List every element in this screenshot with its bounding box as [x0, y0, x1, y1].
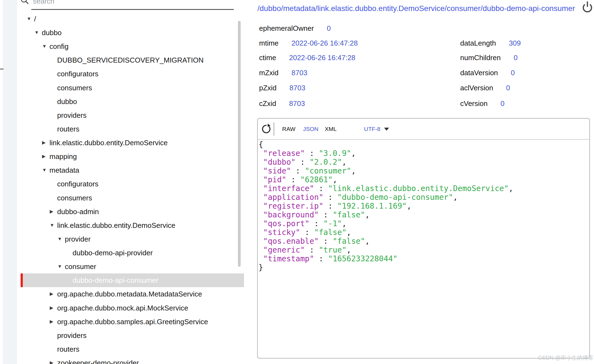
chevron-down-icon[interactable]	[384, 128, 389, 131]
power-icon[interactable]	[581, 1, 594, 15]
json-punctuation: ,	[351, 166, 356, 175]
json-punctuation: :	[305, 149, 319, 158]
caret-right-icon[interactable]: ▶	[50, 301, 53, 315]
tree-node[interactable]: consumers	[0, 191, 245, 205]
code-line: "side" : "consumer",	[259, 167, 513, 175]
caret-down-icon[interactable]: ▼	[34, 26, 39, 40]
json-punctuation	[259, 175, 263, 184]
json-key: "dubbo"	[263, 158, 296, 167]
tree-node[interactable]: ▶org.apache.dubbo.metadata.MetadataServi…	[0, 287, 245, 301]
json-key: "qos.enable"	[263, 237, 319, 246]
stat-label: cZxid	[259, 99, 276, 108]
tree-node-label: config	[49, 40, 68, 53]
tree-node[interactable]: ▼consumer	[0, 260, 245, 273]
caret-down-icon[interactable]: ▼	[57, 260, 62, 273]
stat-value: 8703	[289, 99, 305, 108]
caret-down-icon[interactable]: ▼	[50, 219, 54, 232]
tree-node[interactable]: ▶mapping	[0, 150, 245, 163]
caret-down-icon[interactable]: ▼	[57, 232, 62, 246]
tree-node-label: configurators	[57, 177, 98, 191]
caret-right-icon[interactable]: ▶	[42, 150, 46, 163]
tree-node[interactable]: ▼link.elastic.dubbo.entity.DemoService	[0, 219, 245, 232]
tree-node-label: configurators	[57, 67, 98, 81]
refresh-icon[interactable]	[261, 123, 271, 136]
tree-node-label: metadata	[49, 163, 79, 177]
tree-node[interactable]: DUBBO_SERVICEDISCOVERY_MIGRATION	[0, 53, 245, 67]
json-punctuation: ,	[365, 210, 370, 219]
caret-right-icon[interactable]: ▶	[50, 315, 53, 329]
node-path-breadcrumb: /dubbo/metadata/link.elastic.dubbo.entit…	[257, 4, 575, 13]
toolbar-divider	[274, 122, 274, 136]
code-line: "background" : "false",	[259, 211, 513, 219]
json-key: "interface"	[263, 184, 314, 193]
caret-down-icon[interactable]: ▼	[42, 40, 47, 53]
tab-xml[interactable]: XML	[325, 119, 337, 139]
json-string: "2.0.2"	[309, 158, 342, 167]
tree-node[interactable]: configurators	[0, 67, 245, 81]
tree-node[interactable]: ▶org.apache.dubbo.mock.api.MockService	[0, 301, 245, 315]
tree-node-label: providers	[57, 108, 87, 122]
tree-scrollbar-thumb[interactable]	[238, 21, 241, 267]
json-string: "true"	[319, 245, 346, 254]
json-punctuation	[259, 210, 263, 219]
json-punctuation: ,	[365, 237, 370, 246]
json-key: "qos.port"	[263, 219, 310, 228]
json-key: "application"	[263, 193, 323, 202]
json-punctuation	[259, 237, 263, 246]
tree-node[interactable]: providers	[0, 329, 245, 342]
caret-right-icon[interactable]: ▶	[42, 136, 46, 150]
tree-node[interactable]: consumers	[0, 81, 245, 95]
tree-node[interactable]: ▼/	[0, 12, 245, 26]
caret-down-icon[interactable]: ▼	[42, 163, 47, 177]
json-punctuation	[259, 201, 263, 211]
tree-node[interactable]: ▼metadata	[0, 163, 245, 177]
tree-node[interactable]: dubbo-demo-api-provider	[0, 246, 245, 260]
tree-node[interactable]: ▼provider	[0, 232, 245, 246]
tree-node[interactable]: providers	[0, 108, 245, 122]
json-punctuation	[259, 166, 263, 175]
tree-node[interactable]: ▼config	[0, 40, 245, 53]
json-punctuation	[259, 193, 263, 202]
stat-row: aclVersion0	[460, 81, 510, 95]
code-line: "qos.enable" : "false",	[259, 237, 513, 246]
tree-node[interactable]: ▶dubbo-admin	[0, 205, 245, 219]
tree-node-label: zookeeper-demo-provider	[57, 356, 139, 364]
json-punctuation: :	[309, 219, 323, 228]
json-punctuation: :	[323, 201, 337, 211]
tree-node-label: routers	[57, 122, 79, 136]
caret-right-icon[interactable]: ▶	[50, 356, 53, 364]
json-punctuation: ,	[346, 228, 351, 237]
json-punctuation	[259, 184, 263, 193]
tree-node[interactable]: ▶zookeeper-demo-provider	[0, 356, 245, 364]
tree-node[interactable]: routers	[0, 122, 245, 136]
json-punctuation: ,	[453, 193, 458, 202]
tree-node-label: link.elastic.dubbo.entity.DemoService	[49, 136, 168, 150]
tab-raw[interactable]: RAW	[282, 119, 295, 139]
tree-node-label: link.elastic.dubbo.entity.DemoService	[57, 219, 175, 232]
code-line: }	[259, 263, 513, 272]
json-punctuation: :	[314, 254, 328, 263]
json-string: "1656233228044"	[328, 254, 398, 263]
caret-down-icon[interactable]: ▼	[27, 12, 31, 26]
code-line: "sticky" : "false",	[259, 228, 513, 237]
tree-node[interactable]: ▶link.elastic.dubbo.entity.DemoService	[0, 136, 245, 150]
caret-right-icon[interactable]: ▶	[50, 287, 53, 301]
json-string: "false"	[314, 228, 346, 237]
tree-node[interactable]: dubbo-demo-api-consumer	[0, 273, 245, 287]
stat-value: 0	[511, 69, 515, 77]
json-punctuation: :	[286, 175, 300, 184]
tree-node[interactable]: ▼dubbo	[0, 26, 245, 40]
tree-node[interactable]: dubbo	[0, 95, 245, 108]
json-string: "dubbo-demo-api-consumer"	[337, 193, 453, 202]
tree-node[interactable]: routers	[0, 342, 245, 356]
caret-right-icon[interactable]: ▶	[50, 205, 53, 219]
tab-json[interactable]: JSON	[303, 119, 318, 139]
tree-node[interactable]: configurators	[0, 177, 245, 191]
tree-node-label: providers	[57, 329, 87, 342]
json-punctuation	[259, 228, 263, 237]
tree-node[interactable]: ▶org.apache.dubbo.samples.api.GreetingSe…	[0, 315, 245, 329]
node-data-editor[interactable]: { "release" : "3.0.9", "dubbo" : "2.0.2"…	[259, 140, 513, 272]
json-punctuation: :	[291, 166, 305, 175]
encoding-select[interactable]: UTF-8	[364, 119, 381, 139]
stat-label: ctime	[259, 54, 276, 62]
